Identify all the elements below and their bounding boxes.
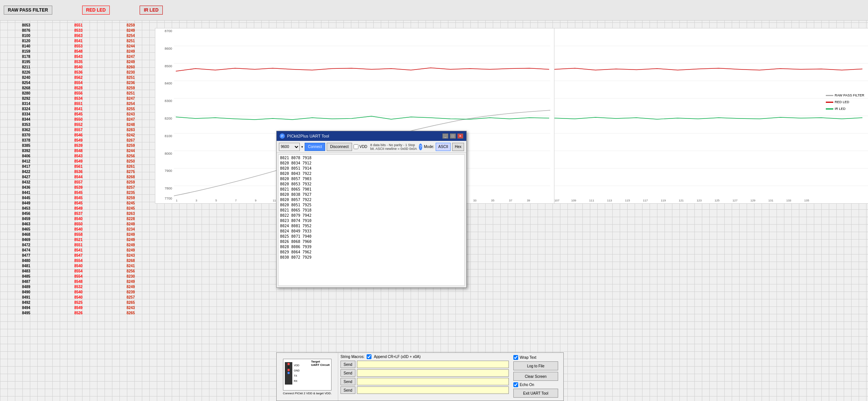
raw-data-cell: 8465 (0, 226, 52, 232)
macro-row-2: Send (340, 369, 509, 377)
pickit-connector (285, 362, 292, 385)
circuit-diagram: TargetUART Circuit VDD GND TX RX (283, 359, 332, 391)
raw-data-cell: 8483 (0, 268, 52, 274)
uart-data-row: 8030 8072 7929 (280, 255, 463, 260)
red-data-cell: 8540 (52, 289, 105, 294)
wrap-text-checkbox[interactable] (513, 355, 518, 360)
hex-mode-button[interactable]: Hex (452, 143, 464, 151)
ir-data-cell: 8244 (105, 43, 157, 49)
svg-text:8400: 8400 (165, 81, 172, 85)
raw-data-cell: 8076 (0, 28, 52, 33)
log-to-file-button[interactable]: Log to File (513, 361, 558, 370)
red-data-cell: 8561 (52, 164, 105, 169)
mode-label: Mode: (424, 145, 434, 149)
close-button[interactable]: ✕ (457, 133, 463, 139)
raw-data-cell: 8491 (0, 294, 52, 300)
macro-input-4[interactable] (357, 386, 509, 394)
red-data-cell: 8550 (52, 221, 105, 226)
uart-data-row: 8022 8079 7942 (280, 213, 463, 218)
uart-data-row: 8028 8086 7939 (280, 244, 463, 250)
ir-data-cell: 8249 (105, 242, 157, 247)
ascii-mode-button[interactable]: ASCII (436, 143, 451, 151)
baud-rate-select[interactable]: 9600 19200 115200 (279, 143, 300, 151)
svg-text:135: 135 (804, 199, 809, 202)
raw-data-cell: 8292 (0, 96, 52, 101)
red-data-cell: 8540 (52, 216, 105, 221)
red-data-cell: 8562 (52, 75, 105, 80)
uart-data-row: 8020 8057 7922 (280, 197, 463, 203)
connect-button[interactable]: Connect (305, 143, 325, 151)
macro-input-3[interactable] (357, 378, 509, 385)
ir-data-cell: 8268 (105, 174, 157, 179)
red-data-cell: 8540 (52, 226, 105, 232)
ir-data-cell: 8251 (105, 90, 157, 96)
svg-text:125: 125 (715, 199, 720, 202)
append-crlf-checkbox[interactable] (367, 354, 371, 359)
ir-data-cell: 8268 (105, 258, 157, 263)
send-button-4[interactable]: Send (340, 386, 355, 394)
red-data-cell: 8549 (52, 206, 105, 211)
vdd-checkbox-container: VDD (354, 144, 367, 149)
ir-data-cell: 8230 (105, 70, 157, 75)
macro-input-1[interactable] (357, 361, 509, 368)
pin-labels: VDD GND TX RX (294, 363, 300, 384)
raw-data-cell: 8254 (0, 80, 52, 85)
exit-uart-button[interactable]: Exit UART Tool (513, 389, 558, 398)
uart-data-row: 8020 8053 7932 (280, 182, 463, 187)
ir-data-cell: 8234 (105, 226, 157, 232)
clear-screen-button[interactable]: Clear Screen (513, 372, 558, 381)
uart-data-row: 8023 8074 7910 (280, 218, 463, 223)
red-data-cell: 8541 (52, 247, 105, 253)
raw-data-cell: 8453 (0, 206, 52, 211)
maximize-button[interactable]: □ (450, 133, 456, 139)
uart-output-area[interactable]: 8021 8078 79188020 8034 79128020 8051 79… (278, 154, 465, 286)
raw-data-cell: 8441 (0, 190, 52, 195)
echo-on-checkbox[interactable] (513, 382, 518, 387)
macro-input-2[interactable] (357, 369, 509, 377)
svg-text:8200: 8200 (165, 117, 172, 120)
raw-data-cell: 8495 (0, 310, 52, 315)
raw-data-cell: 8100 (0, 33, 52, 38)
raw-data-cell: 8489 (0, 284, 52, 289)
raw-pass-filter-label: RAW PASS FILTER (4, 6, 52, 15)
circuit-target-label: TargetUART Circuit (311, 360, 330, 367)
raw-data-cell: 8445 (0, 195, 52, 200)
red-data-cell: 8536 (52, 169, 105, 174)
legend-ir-label: IR LED (835, 107, 846, 111)
red-data-cell: 8540 (52, 294, 105, 300)
pin-vdd (287, 363, 290, 365)
send-button-3[interactable]: Send (340, 378, 355, 385)
ir-data-cell: 8259 (105, 143, 157, 148)
svg-text:113: 113 (607, 199, 612, 202)
red-data-cell: 8535 (52, 59, 105, 64)
uart-data-row: 8020 8051 7925 (280, 203, 463, 208)
vdd-checkbox[interactable] (354, 144, 358, 149)
ir-data-cell: 8249 (105, 232, 157, 237)
svg-text:131: 131 (768, 199, 774, 202)
red-data-cell: 8548 (52, 148, 105, 153)
raw-data-cell: 8120 (0, 38, 52, 43)
macro-row-1: Send (340, 361, 509, 368)
red-data-cell: 8543 (52, 153, 105, 158)
disconnect-button[interactable]: Disconnect (327, 143, 352, 151)
ir-data-cell: 8243 (105, 253, 157, 258)
minimize-button[interactable]: _ (442, 133, 448, 139)
ir-data-cell: 8247 (105, 117, 157, 122)
red-data-cell: 8536 (52, 70, 105, 75)
svg-text:8700: 8700 (165, 29, 172, 33)
data-columns-area: 8053807681008120814081598178819582118226… (0, 21, 157, 401)
red-data-cell: 8521 (52, 237, 105, 242)
svg-text:37: 37 (509, 199, 512, 202)
svg-text:115: 115 (625, 199, 630, 202)
ir-data-cell: 8249 (105, 247, 157, 253)
red-data-cell: 8549 (52, 305, 105, 310)
ir-data-cell: 8243 (105, 111, 157, 117)
ir-data-cell: 8261 (105, 164, 157, 169)
help-icon[interactable]: ? (419, 144, 422, 150)
red-data-cell: 8548 (52, 279, 105, 284)
send-button-2[interactable]: Send (340, 369, 355, 377)
send-button-1[interactable]: Send (340, 361, 355, 368)
ir-data-cell: 8256 (105, 268, 157, 274)
svg-text:7900: 7900 (165, 169, 172, 173)
ir-data-cell: 8254 (105, 33, 157, 38)
